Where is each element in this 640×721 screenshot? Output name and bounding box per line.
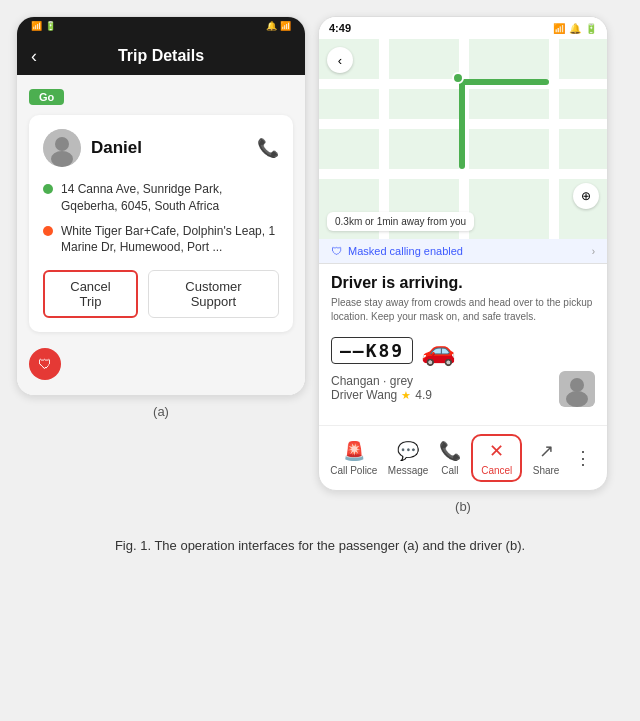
header-title: Trip Details (118, 47, 204, 65)
driver-avatar-b (559, 371, 595, 407)
driver-name-b: Driver Wang (331, 388, 397, 402)
message-icon: 💬 (397, 440, 419, 462)
status-bar-b: 4:49 📶 🔔 🔋 (319, 17, 607, 39)
eta-badge: 0.3km or 1min away from you (327, 212, 474, 231)
dropoff-item: White Tiger Bar+Cafe, Dolphin's Leap, 1 … (43, 223, 279, 257)
shield-small-icon: 🛡 (331, 245, 342, 257)
message-button[interactable]: 💬 Message (388, 440, 429, 476)
action-buttons: Cancel Trip Customer Support (43, 270, 279, 318)
phone-a: 📶 🔋 🔔 📶 ‹ Trip Details Go (16, 16, 306, 396)
cancel-trip-button[interactable]: Cancel Trip (43, 270, 138, 318)
route-horizontal (459, 79, 549, 85)
svg-point-4 (570, 378, 584, 392)
star-icon: ★ (401, 389, 411, 402)
status-bar-a: 📶 🔋 🔔 📶 (17, 17, 305, 37)
driver-row: Daniel 📞 (43, 129, 279, 167)
pickup-dot (43, 184, 53, 194)
call-police-button[interactable]: 🚨 Call Police (330, 440, 377, 476)
dropoff-dot (43, 226, 53, 236)
pickup-item: 14 Canna Ave, Sunridge Park, Gqeberha, 6… (43, 181, 279, 215)
status-right-icons: 📶 🔔 🔋 (553, 23, 597, 34)
call-police-label: Call Police (330, 465, 377, 476)
license-plate: ——K89 (331, 337, 413, 364)
driver-name-a: Daniel (91, 138, 142, 158)
plate-row: ——K89 🚗 (331, 334, 595, 367)
svg-point-5 (566, 391, 588, 407)
svg-point-1 (55, 137, 69, 151)
phone-a-body: Go Daniel (17, 75, 305, 395)
figure-caption: Fig. 1. The operation interfaces for the… (0, 530, 640, 565)
customer-support-button[interactable]: Customer Support (148, 270, 279, 318)
driver-info: Daniel (43, 129, 142, 167)
chevron-right-icon: › (592, 246, 595, 257)
car-driver-info: Changan · grey Driver Wang ★ 4.9 (331, 374, 432, 404)
share-label: Share (533, 465, 560, 476)
arriving-desc: Please stay away from crowds and head ov… (331, 296, 595, 324)
right-status-icons: 🔔 📶 (266, 21, 291, 31)
call-icon: 📞 (439, 440, 461, 462)
route-vertical (459, 79, 465, 169)
signal-icons: 📶 🔋 (31, 21, 56, 31)
masked-calling-label: Masked calling enabled (348, 245, 463, 257)
phone-b: 4:49 📶 🔔 🔋 (318, 16, 608, 491)
road-v3 (549, 39, 559, 239)
share-icon: ↗ (539, 440, 554, 462)
police-icon: 🚨 (343, 440, 365, 462)
shield-icon[interactable]: 🛡 (29, 348, 61, 380)
compass-icon[interactable]: ⊕ (573, 183, 599, 209)
map-area: ‹ ⊕ 0.3km or 1min away from you (319, 39, 607, 239)
dropoff-address: White Tiger Bar+Cafe, Dolphin's Leap, 1 … (61, 223, 279, 257)
driver-wang-row: Driver Wang ★ 4.9 (331, 388, 432, 402)
call-label: Call (441, 465, 458, 476)
bottom-action-bar: 🚨 Call Police 💬 Message 📞 Call ✕ Cancel … (319, 425, 607, 490)
route-section: 14 Canna Ave, Sunridge Park, Gqeberha, 6… (43, 181, 279, 256)
car-model: Changan · grey (331, 374, 432, 388)
label-b: (b) (455, 499, 471, 514)
message-label: Message (388, 465, 429, 476)
avatar (43, 129, 81, 167)
map-destination-pin (452, 72, 464, 84)
car-icon: 🚗 (421, 334, 456, 367)
status-time: 4:49 (329, 22, 351, 34)
cancel-label: Cancel (481, 465, 512, 476)
road-v1 (379, 39, 389, 239)
more-options-button[interactable]: ⋮ (570, 443, 596, 473)
phone-icon[interactable]: 📞 (257, 137, 279, 159)
cancel-button-b[interactable]: ✕ Cancel (471, 434, 522, 482)
arriving-title: Driver is arriving. (331, 274, 595, 292)
driver-arriving-section: Driver is arriving. Please stay away fro… (319, 264, 607, 425)
driver-rating: 4.9 (415, 388, 432, 402)
cancel-icon: ✕ (489, 440, 504, 462)
share-button[interactable]: ↗ Share (533, 440, 560, 476)
go-badge: Go (29, 89, 64, 105)
trip-details-header: ‹ Trip Details (17, 37, 305, 75)
label-a: (a) (153, 404, 169, 419)
svg-point-2 (51, 151, 73, 167)
back-arrow-icon[interactable]: ‹ (31, 46, 37, 67)
driver-sub-row: Changan · grey Driver Wang ★ 4.9 (331, 371, 595, 407)
call-button[interactable]: 📞 Call (439, 440, 461, 476)
pickup-address: 14 Canna Ave, Sunridge Park, Gqeberha, 6… (61, 181, 279, 215)
masked-calling-bar[interactable]: 🛡 Masked calling enabled › (319, 239, 607, 264)
back-button-b[interactable]: ‹ (327, 47, 353, 73)
trip-card: Daniel 📞 14 Canna Ave, Sunridge Park, Gq… (29, 115, 293, 332)
